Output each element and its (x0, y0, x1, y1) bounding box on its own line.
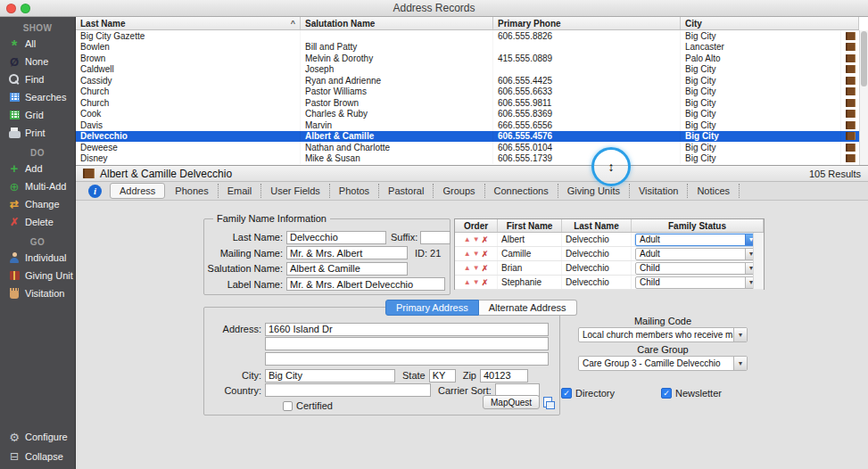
table-row[interactable]: Deweese Nathan and Charlotte 606.555.010… (76, 142, 859, 153)
member-row[interactable]: ▲ ▼ ✗ Brian Delvecchio Child ▾ (455, 261, 764, 276)
sidebar-item-giving-unit[interactable]: Giving Unit (0, 267, 75, 284)
zoom-button[interactable] (21, 4, 30, 13)
sidebar-item-none[interactable]: Ø None (0, 53, 75, 70)
open-record-book-icon[interactable] (841, 99, 859, 107)
remove-member-icon[interactable]: ✗ (482, 235, 489, 244)
table-row[interactable]: Big City Gazette 606.555.8826 Big City (76, 30, 859, 42)
suffix-field[interactable] (420, 231, 451, 244)
sidebar-item-all[interactable]: * All (0, 35, 75, 53)
table-row[interactable]: Disney Mike & Susan 606.555.1739 Big Cit… (76, 153, 859, 165)
col-header-last-name[interactable]: Last Name ^ (76, 17, 301, 29)
sidebar-item-print[interactable]: Print (0, 124, 75, 142)
map-directions-icon[interactable] (543, 397, 552, 407)
open-record-book-icon[interactable] (841, 32, 859, 40)
label-name-field[interactable] (286, 277, 445, 291)
open-record-book-icon[interactable] (841, 54, 859, 62)
sidebar-item-individual[interactable]: Individual (0, 249, 75, 267)
sidebar-item-collapse[interactable]: ⊟ Collapse (0, 448, 75, 465)
member-row[interactable]: ▲ ▼ ✗ Stephanie Delvecchio Child ▾ (455, 276, 764, 290)
sidebar-item-find[interactable]: Find (0, 70, 75, 88)
directory-checkbox[interactable]: ✓ Directory (561, 388, 615, 399)
member-row[interactable]: ▲ ▼ ✗ Albert Delvecchio Adult ▾ (455, 233, 764, 247)
table-row[interactable]: Church Pastor Brown 606.555.9811 Big Cit… (76, 97, 859, 109)
scrollbar-thumb[interactable] (861, 31, 867, 86)
salutation-name-field[interactable] (286, 262, 408, 276)
address-line1-field[interactable] (265, 323, 549, 336)
open-record-book-icon[interactable] (841, 154, 859, 162)
sidebar-item-visitation[interactable]: Visitation (0, 284, 75, 302)
open-record-book-icon[interactable] (841, 110, 859, 118)
open-record-book-icon[interactable] (841, 65, 859, 73)
tab-email[interactable]: Email (219, 184, 262, 198)
family-status-select[interactable]: Adult ▾ (635, 248, 757, 260)
table-row[interactable]: Cook Charles & Ruby 606.555.8369 Big Cit… (76, 109, 859, 120)
table-row[interactable]: Bowlen Bill and Patty Lancaster (76, 42, 859, 53)
table-scrollbar[interactable] (859, 30, 868, 165)
member-row[interactable]: ▲ ▼ ✗ Camille Delvecchio Adult ▾ (455, 247, 764, 261)
col-header-primary-phone[interactable]: Primary Phone (493, 17, 681, 29)
move-up-icon[interactable]: ▲ (464, 251, 471, 258)
remove-member-icon[interactable]: ✗ (482, 278, 489, 287)
zip-field[interactable] (480, 369, 528, 383)
family-status-select[interactable]: Adult ▾ (635, 234, 757, 246)
sidebar-item-multi-add[interactable]: ⊕ Multi-Add (0, 177, 75, 195)
table-row-selected[interactable]: Delvecchio Albert & Camille 606.555.4576… (76, 131, 859, 143)
sidebar-item-delete[interactable]: ✗ Delete (0, 213, 75, 231)
members-scrollbar[interactable] (753, 233, 764, 289)
mailing-name-field[interactable] (286, 246, 408, 259)
remove-member-icon[interactable]: ✗ (482, 250, 489, 259)
col-header-salutation[interactable]: Salutation Name (301, 17, 493, 29)
tab-address[interactable]: Address (110, 183, 165, 199)
mailing-code-select[interactable]: Local church members who receive mail ▾ (578, 327, 748, 342)
mapquest-button[interactable]: MapQuest (483, 395, 540, 409)
primary-address-tab[interactable]: Primary Address (385, 300, 479, 316)
sidebar-item-searches[interactable]: Searches (0, 88, 75, 106)
close-button[interactable] (6, 4, 16, 13)
sidebar-item-add[interactable]: + Add (0, 160, 75, 177)
table-row[interactable]: Brown Melvin & Dorothy 415.555.0889 Palo… (76, 53, 859, 64)
open-record-book-icon[interactable] (841, 43, 859, 51)
city-field[interactable] (265, 369, 395, 383)
sidebar-item-configure[interactable]: ⚙ Configure (0, 428, 75, 446)
alternate-address-tab[interactable]: Alternate Address (479, 300, 577, 316)
open-record-book-icon[interactable] (841, 87, 859, 95)
move-down-icon[interactable]: ▼ (473, 279, 480, 286)
family-status-select[interactable]: Child ▾ (635, 262, 757, 275)
info-icon[interactable]: i (88, 185, 102, 198)
last-name-field[interactable] (286, 231, 386, 244)
tab-photos[interactable]: Photos (330, 184, 379, 198)
tab-groups[interactable]: Groups (434, 184, 484, 198)
remove-member-icon[interactable]: ✗ (482, 264, 489, 273)
move-down-icon[interactable]: ▼ (473, 251, 480, 258)
tab-pastoral[interactable]: Pastoral (379, 184, 434, 198)
certified-checkbox[interactable]: Certified (283, 400, 333, 411)
table-row[interactable]: Church Pastor Williams 606.555.6633 Big … (76, 86, 859, 98)
tab-user-fields[interactable]: User Fields (261, 184, 330, 198)
family-status-select[interactable]: Child ▾ (635, 276, 757, 289)
state-field[interactable] (429, 369, 456, 383)
newsletter-checkbox[interactable]: ✓ Newsletter (661, 388, 722, 399)
table-row[interactable]: Caldwell Joseph Big City (76, 64, 859, 76)
move-up-icon[interactable]: ▲ (464, 236, 471, 243)
open-record-book-icon[interactable] (841, 144, 859, 152)
open-record-book-icon[interactable] (841, 121, 859, 129)
open-record-book-icon[interactable] (841, 132, 859, 140)
tab-notices[interactable]: Notices (688, 184, 740, 198)
table-row[interactable]: Cassidy Ryan and Adrienne 606.555.4425 B… (76, 75, 859, 86)
address-line2-field[interactable] (265, 337, 549, 350)
tab-phones[interactable]: Phones (166, 184, 218, 198)
table-row[interactable]: Davis Marvin 666.555.6556 Big City (76, 119, 859, 131)
move-up-icon[interactable]: ▲ (464, 265, 471, 272)
address-line3-field[interactable] (265, 352, 549, 366)
sidebar-item-change[interactable]: ⇄ Change (0, 195, 75, 213)
move-down-icon[interactable]: ▼ (473, 236, 480, 243)
tab-giving-units[interactable]: Giving Units (558, 184, 630, 198)
sidebar-item-grid[interactable]: Grid (0, 106, 75, 124)
country-field[interactable] (265, 383, 431, 397)
move-up-icon[interactable]: ▲ (464, 279, 471, 286)
tab-connections[interactable]: Connections (485, 184, 558, 198)
open-record-book-icon[interactable] (841, 77, 859, 85)
tab-visitation[interactable]: Visitation (630, 184, 688, 198)
care-group-select[interactable]: Care Group 3 - Camille Delvecchio ▾ (578, 356, 748, 371)
move-down-icon[interactable]: ▼ (473, 265, 480, 272)
